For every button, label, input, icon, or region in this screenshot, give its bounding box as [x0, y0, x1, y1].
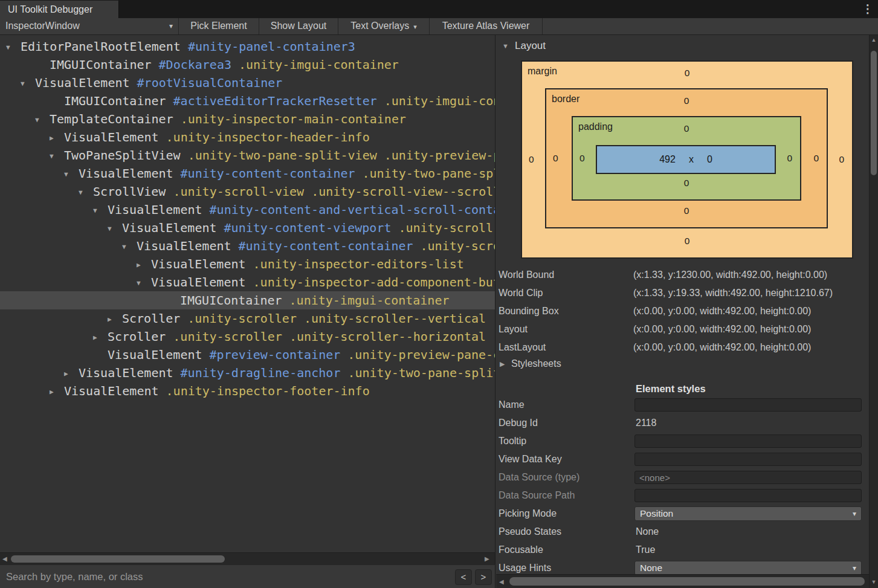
layout-section-title: Layout — [515, 35, 546, 57]
tree-row[interactable]: ▼ScrollView.unity-scroll-view .unity-scr… — [0, 183, 495, 201]
scroll-up-icon[interactable]: ▲ — [870, 37, 878, 43]
field-usage-hints-dropdown[interactable]: None▾ — [634, 561, 862, 574]
field-label: Focusable — [499, 541, 543, 559]
chevron-down-icon[interactable]: ▼ — [122, 238, 137, 256]
chevron-down-icon[interactable]: ▼ — [93, 202, 108, 220]
chevron-right-icon[interactable]: ▶ — [64, 365, 79, 383]
element-type-label: IMGUIContainer — [64, 94, 166, 108]
text-overlays-button[interactable]: Text Overlays▾ — [338, 18, 430, 34]
layout-section-header[interactable]: ▼ Layout — [496, 35, 869, 57]
inspector-vertical-scrollbar[interactable]: ▲ ▼ — [869, 35, 878, 588]
field-name: Name — [496, 396, 869, 414]
tree-row[interactable]: VisualElement#preview-container.unity-pr… — [0, 346, 495, 364]
padding-top-value: 0 — [684, 123, 689, 134]
tree-row[interactable]: ▼TwoPaneSplitView.unity-two-pane-split-v… — [0, 146, 495, 164]
tree-row[interactable]: ▼VisualElement#rootVisualContainer — [0, 74, 495, 92]
element-classes-label: .unity-inspector-editors-list — [253, 257, 464, 271]
tree-row[interactable]: ▼VisualElement#unity-content-container.u… — [0, 164, 495, 183]
tree-row[interactable]: ▶VisualElement.unity-inspector-footer-in… — [0, 382, 495, 400]
chevron-right-icon[interactable]: ▶ — [93, 329, 108, 347]
field-picking-mode: Picking ModePosition▾ — [496, 505, 869, 523]
chevron-down-icon[interactable]: ▼ — [64, 166, 79, 184]
tree-horizontal-scrollbar[interactable]: ◀ ▶ — [0, 552, 495, 564]
chevron-down-icon[interactable]: ▼ — [35, 111, 50, 129]
element-styles-fields: NameDebug Id2118TooltipView Data KeyData… — [496, 396, 869, 574]
element-classes-label: .unity-scroll-view__content-viewport — [399, 221, 496, 235]
scrollbar-thumb[interactable] — [11, 555, 225, 563]
field-tooltip-input[interactable] — [634, 435, 862, 448]
scrollbar-thumb[interactable] — [871, 51, 877, 175]
field-label: Tooltip — [499, 432, 526, 450]
tab-ui-toolkit-debugger[interactable]: UI Toolkit Debugger — [0, 1, 119, 18]
property-label: World Clip — [499, 284, 543, 302]
property-label: World Bound — [499, 266, 554, 284]
chevron-down-icon[interactable]: ▼ — [137, 274, 151, 292]
kebab-menu-icon[interactable]: ⋮ — [861, 0, 874, 18]
tree-row[interactable]: IMGUIContainer#Dockarea3.unity-imgui-con… — [0, 56, 495, 74]
field-name-input[interactable] — [634, 398, 862, 412]
tree-row[interactable]: ▶VisualElement#unity-dragline-anchor.uni… — [0, 364, 495, 382]
tree-row[interactable]: IMGUIContainer#activeEditorTrackerResett… — [0, 92, 495, 110]
chevron-right-icon[interactable]: ▶ — [137, 256, 151, 274]
panel-picker-dropdown[interactable]: InspectorWindow ▾ — [0, 18, 179, 34]
scroll-left-icon[interactable]: ◀ — [2, 553, 7, 565]
search-next-button[interactable]: > — [475, 569, 492, 585]
element-classes-label: .unity-two-pane-split-view__dragline-anc… — [347, 366, 495, 380]
field-value: None — [636, 523, 659, 541]
chevron-right-icon[interactable]: ▶ — [500, 355, 505, 373]
scroll-left-icon[interactable]: ◀ — [499, 575, 504, 588]
chevron-down-icon[interactable]: ▼ — [79, 184, 93, 202]
panel-picker-value: InspectorWindow — [5, 21, 80, 31]
field-data-source-path-input[interactable] — [634, 489, 862, 502]
texture-atlas-viewer-button[interactable]: Texture Atlas Viewer — [430, 18, 543, 34]
chevron-down-icon[interactable]: ▼ — [502, 35, 509, 57]
tree-row[interactable]: ▶Scroller.unity-scroller .unity-scroller… — [0, 328, 495, 346]
property-value: (x:0.00, y:0.00, width:492.00, height:0.… — [633, 302, 811, 320]
tree-row[interactable]: IMGUIContainer.unity-imgui-container — [0, 291, 495, 309]
element-classes-label: .unity-two-pane-split-view__content-cont… — [363, 166, 495, 181]
tree-row[interactable]: ▼VisualElement#unity-content-viewport.un… — [0, 219, 495, 237]
pick-element-button[interactable]: Pick Element — [179, 18, 259, 34]
field-view-data-key-input[interactable] — [634, 453, 862, 466]
margin-top-value: 0 — [685, 68, 690, 79]
border-bottom-value: 0 — [684, 205, 689, 216]
element-classes-label: .unity-imgui-container — [384, 94, 495, 108]
content-height-value: 0 — [707, 154, 712, 165]
tree-row[interactable]: ▼VisualElement#unity-content-and-vertica… — [0, 201, 495, 219]
chevron-right-icon[interactable]: ▶ — [108, 311, 122, 329]
chevron-down-icon[interactable]: ▼ — [6, 39, 21, 57]
tree-row[interactable]: ▼VisualElement.unity-inspector-add-compo… — [0, 273, 495, 291]
field-data-source-type-input[interactable] — [634, 471, 862, 484]
tree-row[interactable]: ▼EditorPanelRootElement#unity-panel-cont… — [0, 37, 495, 56]
field-picking-mode-dropdown[interactable]: Position▾ — [634, 506, 862, 521]
inspector-horizontal-scrollbar[interactable]: ◀ — [496, 574, 869, 588]
box-model-content: 492 x 0 — [596, 145, 776, 174]
element-classes-label: .unity-two-pane-split-view .unity-previe… — [188, 148, 495, 163]
tree-row[interactable]: ▶Scroller.unity-scroller .unity-scroller… — [0, 309, 495, 328]
chevron-right-icon[interactable]: ▶ — [50, 383, 64, 401]
chevron-down-icon[interactable]: ▼ — [50, 147, 64, 166]
chevron-right-icon[interactable]: ▶ — [50, 129, 64, 147]
show-layout-button[interactable]: Show Layout — [259, 18, 338, 34]
layout-property-row: Bounding Box(x:0.00, y:0.00, width:492.0… — [496, 302, 869, 320]
scroll-down-icon[interactable]: ▼ — [870, 579, 878, 585]
element-id-label: #Dockarea3 — [159, 57, 231, 72]
scroll-right-icon[interactable]: ▶ — [485, 553, 489, 565]
search-input[interactable] — [1, 565, 445, 588]
border-label: border — [552, 94, 579, 105]
padding-label: padding — [578, 121, 613, 132]
tree-row[interactable]: ▼VisualElement#unity-content-container.u… — [0, 237, 495, 255]
field-data-source-type: Data Source (type) — [496, 468, 869, 486]
chevron-down-icon: ▾ — [853, 507, 856, 520]
chevron-down-icon[interactable]: ▼ — [21, 75, 35, 93]
search-prev-button[interactable]: < — [455, 569, 472, 585]
tree-row[interactable]: ▶VisualElement.unity-inspector-header-in… — [0, 128, 495, 146]
chevron-down-icon[interactable]: ▼ — [108, 220, 122, 238]
tree-row[interactable]: ▶VisualElement.unity-inspector-editors-l… — [0, 255, 495, 273]
layout-properties: World Bound(x:1.33, y:1230.00, width:492… — [496, 266, 869, 357]
element-classes-label: .unity-inspector-main-container — [181, 112, 406, 126]
scrollbar-thumb[interactable] — [509, 577, 865, 586]
property-value: (x:1.33, y:1230.00, width:492.00, height… — [633, 266, 827, 284]
tree-row[interactable]: ▼TemplateContainer.unity-inspector-main-… — [0, 110, 495, 128]
stylesheets-foldout[interactable]: ▶ Stylesheets — [496, 355, 869, 373]
